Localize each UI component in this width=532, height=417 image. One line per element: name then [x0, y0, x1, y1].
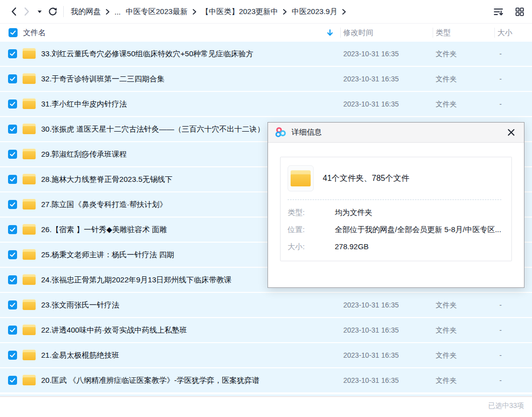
row-checkbox[interactable] — [8, 200, 17, 209]
file-row[interactable]: 23.张文雨张氏一针疗法 2023-10-31 16:35 文件夹 - — [0, 293, 532, 317]
toolbar: 我的网盘 ... 中医专区2023最新 【中医类】2023更新中 中医2023.… — [0, 0, 532, 24]
file-name[interactable]: 32.于奇舌诊特训班第一二三四期合集 — [41, 67, 339, 91]
file-row[interactable]: 32.于奇舌诊特训班第一二三四期合集 2023-10-31 16:35 文件夹 … — [0, 67, 532, 91]
check-icon — [9, 176, 16, 183]
field-value: 全部位于我的网盘/全部会员更新 5-8月/中医专区... — [335, 224, 501, 235]
file-size: - — [499, 67, 502, 91]
file-name[interactable]: 20.匡武 《八纲精准辨症临证医案教学》-学医犹学弈，医案犹弈谱 — [41, 368, 339, 392]
grid-view-icon — [515, 8, 524, 16]
row-checkbox[interactable] — [8, 376, 17, 385]
check-icon — [9, 301, 16, 308]
row-checkbox[interactable] — [8, 250, 17, 259]
file-name[interactable]: 33.刘红云董氏奇穴必修课50组临床特效穴+50种常见症临床验方 — [41, 42, 339, 66]
chevron-right-icon — [283, 9, 287, 15]
file-size: - — [499, 318, 502, 342]
file-modified: 2023-10-31 16:35 — [343, 368, 399, 392]
file-row[interactable]: 33.刘红云董氏奇穴必修课50组临床特效穴+50种常见症临床验方 2023-10… — [0, 42, 532, 66]
row-checkbox[interactable] — [8, 150, 17, 159]
file-type: 文件夹 — [436, 92, 457, 116]
chevron-right-icon — [192, 9, 197, 15]
file-modified: 2023-10-31 16:35 — [343, 293, 399, 317]
file-name[interactable]: 21.金易太极棍筋绝技班 — [41, 343, 339, 367]
folder-icon — [23, 249, 36, 260]
row-checkbox[interactable] — [8, 351, 17, 360]
folder-icon — [23, 350, 36, 360]
refresh-button[interactable] — [46, 5, 59, 18]
file-size: - — [499, 293, 502, 317]
check-icon — [9, 276, 16, 283]
refresh-icon — [48, 7, 58, 17]
check-icon — [9, 201, 16, 208]
column-header-size[interactable]: 大小 — [497, 24, 512, 42]
row-checkbox[interactable] — [8, 225, 17, 234]
select-all-checkbox[interactable] — [9, 28, 18, 37]
folder-icon — [23, 98, 36, 109]
row-checkbox[interactable] — [8, 275, 17, 284]
dialog-body: 41个文件夹、785个文件 类型: 均为文件夹 位置: 全部位于我的网盘/全部会… — [268, 143, 524, 261]
toolbar-divider — [63, 6, 64, 17]
field-value: 278.92GB — [335, 241, 501, 252]
back-icon — [11, 7, 17, 16]
folder-icon — [23, 299, 36, 310]
column-header-modified[interactable]: 修改时间 — [343, 24, 373, 42]
breadcrumb-item[interactable]: 【中医类】2023更新中 — [200, 7, 279, 17]
caret-down-icon — [38, 11, 42, 13]
folder-icon — [23, 174, 36, 184]
file-name[interactable]: 22.讲透400味中药·效哥实战中药线上私塾班 — [41, 318, 339, 342]
table-header: 文件名 修改时间 类型 大小 — [0, 24, 532, 42]
breadcrumb-item-root[interactable]: 我的网盘 — [70, 7, 102, 17]
row-checkbox[interactable] — [8, 99, 17, 109]
row-checkbox[interactable] — [8, 74, 17, 83]
breadcrumb-item-current[interactable]: 中医2023.9月 — [291, 7, 338, 17]
back-button[interactable] — [7, 5, 20, 18]
folder-icon — [291, 170, 311, 186]
file-type: 文件夹 — [436, 343, 457, 367]
file-modified: 2023-10-31 16:35 — [343, 42, 399, 66]
check-icon — [9, 151, 16, 158]
check-icon — [9, 100, 16, 108]
file-row[interactable]: 20.匡武 《八纲精准辨症临证医案教学》-学医犹学弈，医案犹弈谱 2023-10… — [0, 368, 532, 392]
sort-list-button[interactable] — [493, 6, 504, 17]
check-icon — [9, 251, 16, 258]
netdisk-logo-icon — [275, 127, 287, 138]
dialog-header[interactable]: 详细信息 — [268, 123, 524, 143]
file-type: 文件夹 — [436, 368, 457, 392]
sort-desc-icon[interactable] — [327, 29, 333, 38]
file-type: 文件夹 — [436, 42, 457, 66]
close-icon[interactable] — [505, 127, 517, 139]
grid-view-button[interactable] — [514, 6, 525, 17]
file-modified: 2023-10-31 16:35 — [343, 92, 399, 116]
selection-count: 已选中33项 — [488, 401, 524, 410]
history-dropdown-button[interactable] — [33, 5, 46, 18]
forward-button[interactable] — [20, 5, 33, 18]
breadcrumb-item-ellipsis[interactable]: ... — [113, 8, 122, 16]
folder-icon — [23, 124, 36, 134]
file-modified: 2023-10-31 16:35 — [343, 318, 399, 342]
file-row[interactable]: 22.讲透400味中药·效哥实战中药线上私塾班 2023-10-31 16:35… — [0, 318, 532, 342]
field-location: 位置: 全部位于我的网盘/全部会员更新 5-8月/中医专区... — [288, 224, 501, 235]
column-divider — [494, 28, 495, 38]
row-checkbox[interactable] — [8, 326, 17, 335]
file-type: 文件夹 — [436, 318, 457, 342]
row-checkbox[interactable] — [8, 175, 17, 184]
folder-icon — [23, 325, 36, 335]
row-checkbox[interactable] — [8, 300, 17, 309]
column-header-type[interactable]: 类型 — [436, 24, 451, 42]
selection-summary: 41个文件夹、785个文件 — [323, 173, 410, 184]
column-header-name[interactable]: 文件名 — [23, 24, 46, 42]
file-modified: 2023-10-31 16:35 — [343, 343, 399, 367]
row-checkbox[interactable] — [8, 49, 17, 58]
breadcrumb-item[interactable]: 中医专区2023最新 — [125, 7, 189, 17]
check-icon — [9, 126, 16, 133]
file-name[interactable]: 23.张文雨张氏一针疗法 — [41, 293, 339, 317]
row-checkbox[interactable] — [8, 125, 17, 134]
check-icon — [9, 226, 16, 233]
folder-icon — [23, 48, 36, 59]
file-row[interactable]: 31.李小红中华皮内针疗法 2023-10-31 16:35 文件夹 - — [0, 92, 532, 116]
field-size: 大小: 278.92GB — [288, 241, 501, 252]
file-row[interactable]: 21.金易太极棍筋绝技班 2023-10-31 16:35 文件夹 - — [0, 343, 532, 367]
field-label: 大小: — [288, 241, 335, 252]
file-name[interactable]: 31.李小红中华皮内针疗法 — [41, 92, 339, 116]
file-size: - — [499, 42, 502, 66]
check-icon — [10, 29, 17, 36]
